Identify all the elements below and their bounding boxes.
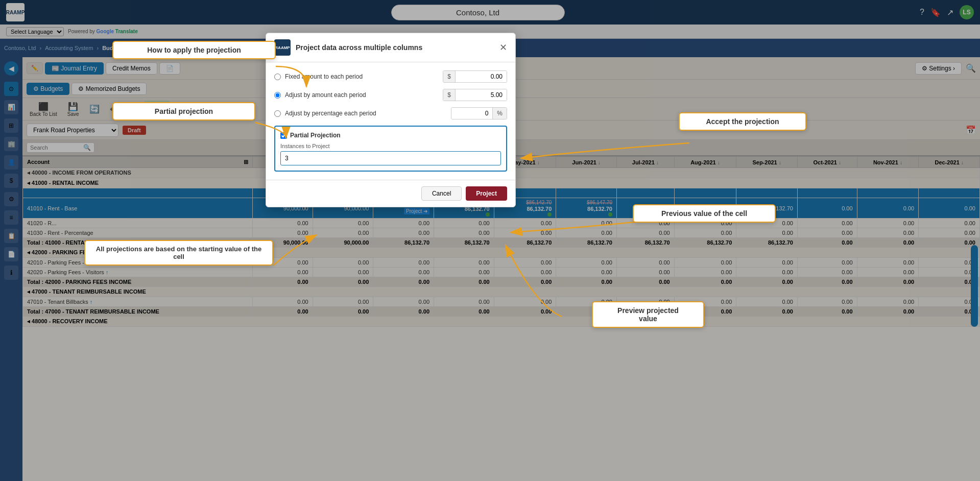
adjust-currency-symbol: $	[443, 89, 456, 101]
modal-body: Fixed amount to each period $ Adjust by …	[266, 62, 515, 180]
partial-label: Partial Projection	[290, 132, 341, 139]
partial-projection-section: Partial Projection Instances to Project	[274, 126, 507, 172]
projection-modal: RAAMP Project data across multiple colum…	[266, 33, 516, 207]
radio-fixed[interactable]	[274, 74, 281, 80]
pct-symbol: %	[492, 108, 507, 119]
modal-logo-text: RAAMP	[275, 45, 290, 50]
option-fixed-row: Fixed amount to each period $	[274, 70, 507, 83]
modal-footer: Cancel Project	[266, 180, 515, 207]
label-adjust-amount: Adjust by amount each period	[285, 91, 439, 99]
modal-title: Project data across multiple columns	[296, 43, 494, 52]
radio-adjust-amount[interactable]	[274, 92, 281, 99]
adjust-amount-input[interactable]	[456, 89, 507, 101]
modal-logo: RAAMP	[274, 39, 291, 56]
label-adjust-pct: Adjust by percentage each period	[285, 110, 447, 117]
option-pct-row: Adjust by percentage each period %	[274, 107, 507, 119]
partial-checkbox[interactable]	[280, 132, 287, 139]
radio-adjust-pct[interactable]	[274, 110, 281, 117]
modal-overlay: RAAMP Project data across multiple colum…	[0, 0, 980, 481]
adjust-amount-box: $	[443, 89, 507, 101]
fixed-amount-box: $	[443, 70, 507, 83]
instances-label: Instances to Project	[280, 143, 501, 149]
fixed-currency-symbol: $	[443, 71, 456, 82]
option-adjust-row: Adjust by amount each period $	[274, 89, 507, 101]
partial-cb-row: Partial Projection	[280, 132, 501, 139]
pct-input[interactable]	[451, 108, 492, 119]
modal-header: RAAMP Project data across multiple colum…	[266, 33, 515, 62]
pct-amount-box: %	[451, 107, 507, 119]
label-fixed: Fixed amount to each period	[285, 73, 439, 80]
cancel-button[interactable]: Cancel	[421, 186, 462, 201]
fixed-amount-input[interactable]	[456, 71, 507, 82]
modal-close-btn[interactable]: ✕	[499, 42, 507, 53]
project-button[interactable]: Project	[466, 186, 507, 201]
instances-input[interactable]	[280, 151, 501, 165]
